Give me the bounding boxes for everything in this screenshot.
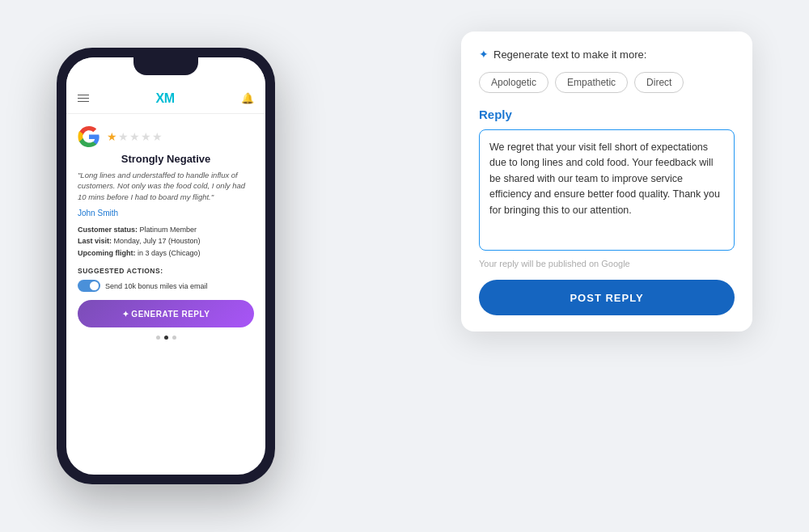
- review-sentiment: Strongly Negative: [78, 153, 254, 165]
- review-header: ★ ★ ★ ★ ★: [78, 125, 254, 148]
- post-reply-button[interactable]: POST REPLY: [479, 280, 735, 315]
- xm-logo: XM: [156, 91, 175, 106]
- post-btn-label: POST REPLY: [570, 292, 643, 304]
- publish-note: Your reply will be published on Google: [479, 259, 735, 268]
- reply-label: Reply: [479, 108, 735, 121]
- star-rating: ★ ★ ★ ★ ★: [107, 130, 163, 143]
- regen-header: ✦ Regenerate text to make it more:: [479, 48, 735, 61]
- phone-content: ★ ★ ★ ★ ★ Strongly Negative "Long lines …: [66, 114, 265, 348]
- last-visit-label: Last visit:: [78, 237, 112, 245]
- phone-notch: [133, 57, 198, 75]
- tone-direct-button[interactable]: Direct: [634, 72, 684, 93]
- upcoming-flight-value: in 3 days (Chicago): [138, 249, 201, 257]
- regen-text: Regenerate text to make it more:: [493, 49, 646, 61]
- suggested-actions: SUGGESTED ACTIONS: Send 10k bonus miles …: [78, 267, 254, 292]
- spark-icon: ✦: [479, 48, 489, 61]
- bell-icon[interactable]: 🔔: [241, 92, 254, 104]
- toggle-knob: [90, 281, 99, 290]
- reply-textarea[interactable]: [479, 129, 735, 251]
- bonus-miles-toggle[interactable]: [78, 280, 100, 292]
- star-3: ★: [129, 130, 140, 143]
- tone-empathetic-button[interactable]: Empathetic: [555, 72, 628, 93]
- review-text: "Long lines and understaffed to handle i…: [78, 170, 254, 202]
- reply-card: ✦ Regenerate text to make it more: Apolo…: [461, 32, 752, 331]
- last-visit-value: Monday, July 17 (Houston): [114, 237, 201, 245]
- star-5: ★: [152, 130, 163, 143]
- suggested-label: SUGGESTED ACTIONS:: [78, 267, 254, 275]
- tone-apologetic-button[interactable]: Apologetic: [479, 72, 549, 93]
- hamburger-icon[interactable]: [78, 95, 89, 103]
- reviewer-name: John Smith: [78, 209, 254, 217]
- google-logo: [78, 125, 100, 148]
- dot-3: [172, 336, 176, 340]
- pagination-dots: [78, 336, 254, 340]
- generate-reply-button[interactable]: ✦ GENERATE REPLY: [78, 300, 254, 327]
- phone-screen: XM 🔔 ★ ★ ★: [66, 57, 265, 475]
- dot-1: [156, 336, 160, 340]
- phone-device: XM 🔔 ★ ★ ★: [57, 48, 275, 484]
- nav-bar: XM 🔔: [66, 83, 265, 114]
- tone-buttons-group: Apologetic Empathetic Direct: [479, 72, 735, 93]
- scene: XM 🔔 ★ ★ ★: [57, 32, 752, 500]
- star-4: ★: [141, 130, 151, 143]
- dot-2: [164, 336, 168, 340]
- generate-btn-label: ✦ GENERATE REPLY: [122, 310, 210, 319]
- customer-status-label: Customer status:: [78, 226, 138, 234]
- toggle-label: Send 10k bonus miles via email: [105, 282, 208, 290]
- customer-status-value: Platinum Member: [140, 226, 197, 234]
- star-2: ★: [118, 130, 129, 143]
- customer-info: Customer status: Platinum Member Last vi…: [78, 224, 254, 259]
- toggle-row: Send 10k bonus miles via email: [78, 280, 254, 292]
- upcoming-flight-label: Upcoming flight:: [78, 249, 136, 257]
- star-1: ★: [107, 130, 117, 143]
